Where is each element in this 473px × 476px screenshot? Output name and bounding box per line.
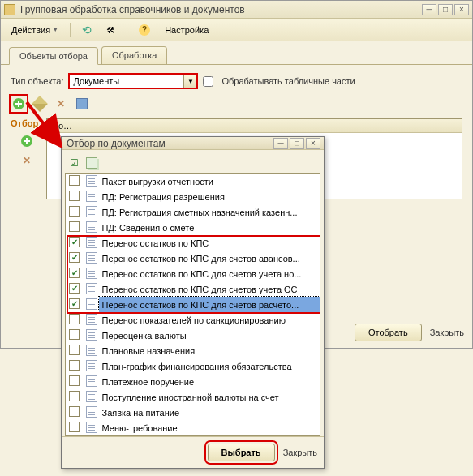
list-item-label: Заявка на питание bbox=[99, 405, 320, 420]
checkbox[interactable] bbox=[69, 206, 80, 217]
refresh-button[interactable]: ⟲ bbox=[76, 21, 97, 39]
save-button[interactable] bbox=[74, 96, 90, 112]
settings-label: Настройка bbox=[165, 25, 209, 35]
list-item[interactable]: План-график финансирования обязательства bbox=[66, 358, 320, 374]
list-item[interactable]: Перенос остатков по КПС для счетов учета… bbox=[66, 266, 320, 281]
checkbox[interactable] bbox=[69, 298, 80, 309]
checkbox[interactable] bbox=[69, 345, 80, 355]
dialog-close-link[interactable]: Закрыть bbox=[283, 448, 317, 457]
app-icon bbox=[4, 4, 15, 15]
list-item[interactable]: Переоценка валюты bbox=[66, 328, 320, 343]
list-item-label: Пакет выгрузки отчетности bbox=[99, 174, 320, 189]
checkbox[interactable] bbox=[69, 283, 80, 294]
checkbox[interactable] bbox=[69, 221, 80, 232]
document-icon bbox=[86, 329, 97, 341]
document-icon bbox=[86, 422, 97, 433]
checkbox[interactable] bbox=[69, 237, 80, 247]
dialog-footer: Выбрать Закрыть bbox=[62, 436, 324, 468]
list-item[interactable]: Меню-требование bbox=[66, 420, 320, 435]
list-item-label: Перенос остатков по КПС для счетов учета… bbox=[99, 266, 320, 281]
process-tabular-label: Обрабатывать табличные части bbox=[221, 76, 355, 86]
checkbox[interactable] bbox=[69, 314, 80, 324]
list-item[interactable]: Пакет выгрузки отчетности bbox=[66, 174, 320, 189]
settings-button[interactable]: Настройка bbox=[159, 23, 214, 37]
choose-button[interactable]: Выбрать bbox=[208, 444, 275, 461]
document-icon bbox=[86, 206, 97, 217]
list-item[interactable]: Плановые назначения bbox=[66, 343, 320, 358]
checkbox[interactable] bbox=[69, 375, 80, 386]
minimize-button[interactable]: ─ bbox=[422, 4, 436, 15]
document-icon bbox=[86, 252, 97, 264]
filter-delete-button[interactable]: ✕ bbox=[19, 152, 35, 169]
checkbox[interactable] bbox=[69, 191, 80, 201]
tab-bar: Объекты отбора Обработка bbox=[1, 41, 472, 65]
actions-menu[interactable]: Действия ▼ bbox=[6, 23, 64, 37]
tool-button[interactable]: 🛠 bbox=[101, 23, 121, 37]
add-button[interactable] bbox=[11, 96, 27, 112]
checkbox[interactable] bbox=[69, 422, 80, 432]
grid-col-label: По… bbox=[52, 121, 72, 131]
list-item-label: Перенос остатков по КПС bbox=[99, 235, 320, 251]
checkbox[interactable] bbox=[69, 360, 80, 371]
document-list[interactable]: Пакет выгрузки отчетностиПД: Регистрация… bbox=[65, 173, 320, 436]
document-icon bbox=[86, 314, 97, 325]
dialog-toolbar: ☑ bbox=[65, 153, 320, 173]
list-item-label: План-график финансирования обязательства bbox=[99, 358, 320, 374]
main-titlebar[interactable]: Групповая обработка справочников и докум… bbox=[1, 1, 472, 19]
list-item[interactable]: Перенос показателей по санкционированию bbox=[66, 312, 320, 328]
close-button[interactable]: × bbox=[454, 4, 469, 15]
delete-button[interactable]: ✕ bbox=[53, 96, 69, 112]
close-link[interactable]: Закрыть bbox=[430, 328, 464, 337]
document-icon bbox=[86, 375, 97, 387]
maximize-button[interactable]: □ bbox=[438, 4, 453, 15]
main-title: Групповая обработка справочников и докум… bbox=[19, 4, 420, 15]
checkbox[interactable] bbox=[69, 252, 80, 263]
combo-dropdown-icon[interactable]: ▼ bbox=[183, 75, 196, 88]
tab-objects[interactable]: Объекты отбора bbox=[9, 47, 98, 65]
list-item-label: Перенос остатков по КПС для счетов расче… bbox=[99, 297, 320, 312]
help-icon: ? bbox=[139, 24, 150, 36]
list-item-label: Перенос остатков по КПС для счетов учета… bbox=[99, 281, 320, 297]
list-item[interactable]: Поступление иностранной валюты на счет bbox=[66, 389, 320, 405]
filter-add-button[interactable] bbox=[19, 133, 35, 149]
dialog-maximize-button[interactable]: □ bbox=[290, 138, 304, 149]
list-item[interactable]: Платежное поручение bbox=[66, 374, 320, 389]
list-item[interactable]: Перенос остатков по КПС bbox=[66, 235, 320, 251]
checkbox[interactable] bbox=[69, 175, 80, 186]
copies-button[interactable] bbox=[84, 156, 99, 170]
checkbox[interactable] bbox=[69, 391, 80, 401]
dialog-close-button[interactable]: × bbox=[306, 138, 320, 149]
filter-section-label: Отбор bbox=[11, 118, 43, 128]
edit-button[interactable] bbox=[32, 96, 48, 112]
actions-label: Действия bbox=[11, 25, 50, 35]
list-item[interactable]: Перенос остатков по КПС для счетов расче… bbox=[66, 297, 320, 312]
object-type-combo[interactable]: Документы ▼ bbox=[68, 73, 198, 89]
list-item[interactable]: ПД: Сведения о смете bbox=[66, 220, 320, 235]
document-icon bbox=[86, 237, 97, 248]
dialog-titlebar[interactable]: Отбор по документам ─ □ × bbox=[62, 137, 324, 150]
check-all-icon: ☑ bbox=[70, 157, 79, 169]
process-tabular-checkbox[interactable] bbox=[203, 76, 213, 87]
list-item[interactable]: ПД: Регистрация сметных назначений казен… bbox=[66, 204, 320, 220]
list-item[interactable]: Перенос остатков по КПС для счетов аванс… bbox=[66, 251, 320, 266]
x-icon: ✕ bbox=[57, 98, 65, 109]
select-button[interactable]: Отобрать bbox=[355, 324, 422, 341]
copies-icon bbox=[86, 157, 97, 169]
main-footer: Отобрать Закрыть bbox=[355, 324, 464, 341]
checkbox[interactable] bbox=[69, 268, 80, 278]
list-item-label: ПД: Регистрация сметных назначений казен… bbox=[99, 204, 320, 220]
help-button[interactable]: ? bbox=[133, 22, 156, 38]
tab-processing[interactable]: Обработка bbox=[101, 46, 167, 64]
list-item[interactable]: Перенос остатков по КПС для счетов учета… bbox=[66, 281, 320, 297]
check-all-button[interactable]: ☑ bbox=[67, 156, 81, 170]
chevron-down-icon: ▼ bbox=[52, 26, 58, 33]
list-item[interactable]: ПД: Регистрация разрешения bbox=[66, 189, 320, 204]
main-toolbar: Действия ▼ ⟲ 🛠 ? Настройка bbox=[1, 19, 472, 41]
document-icon bbox=[86, 268, 97, 279]
dialog-minimize-button[interactable]: ─ bbox=[273, 138, 288, 149]
checkbox[interactable] bbox=[69, 329, 80, 340]
document-icon bbox=[86, 175, 97, 187]
checkbox[interactable] bbox=[69, 406, 80, 417]
list-item[interactable]: Заявка на питание bbox=[66, 405, 320, 420]
pencil-icon bbox=[32, 96, 48, 112]
